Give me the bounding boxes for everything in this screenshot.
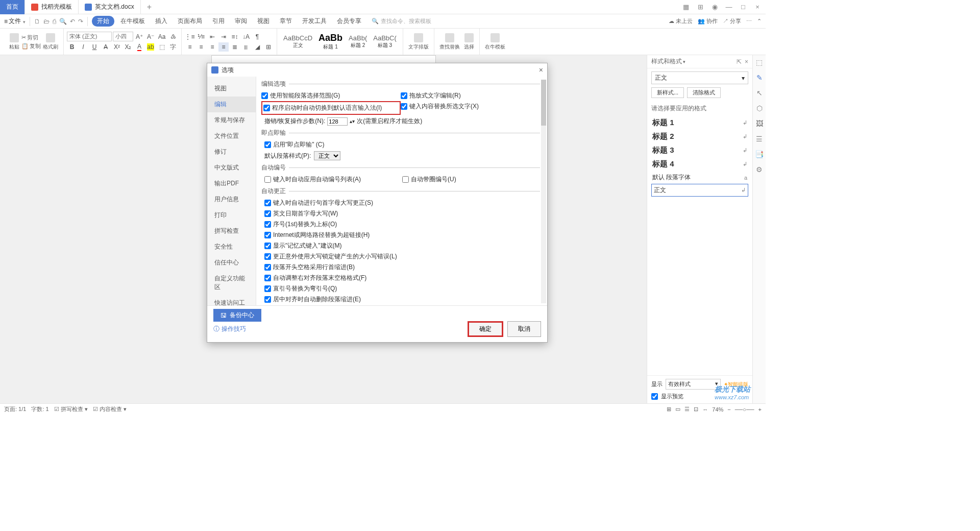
style-item-h1[interactable]: 标题 1↲ (651, 116, 748, 130)
cloud-status[interactable]: ☁ 未上云 (669, 17, 693, 25)
nav-trust[interactable]: 信任中心 (207, 255, 256, 271)
rt-help-icon[interactable]: ⚙ (756, 165, 763, 174)
style-h2[interactable]: AaBb(标题 2 (346, 34, 370, 49)
dialog-close-button[interactable]: × (539, 66, 543, 74)
dec-indent-button[interactable]: ⇤ (207, 32, 217, 41)
check-ac-2[interactable] (264, 221, 271, 228)
word-count[interactable]: 字数: 1 (31, 405, 48, 413)
menu-view[interactable]: 视图 (253, 16, 274, 27)
sort-button[interactable]: ↓A (241, 32, 251, 41)
check-circled-number[interactable] (402, 176, 409, 183)
phonetic-button[interactable]: 字 (168, 42, 178, 52)
clear-format-button[interactable]: 清除格式 (687, 87, 721, 98)
rt-select-icon[interactable]: ⬚ (756, 58, 763, 66)
style-item-default-font[interactable]: 默认 段落字体a (651, 171, 748, 184)
fit-icon[interactable]: ↔ (702, 406, 708, 413)
tab-template[interactable]: 找稻壳模板 (25, 0, 79, 14)
columns-button[interactable]: ⫼ (241, 42, 251, 52)
style-normal[interactable]: AaBbCcD正文 (280, 34, 315, 49)
line-spacing-button[interactable]: ≡↕ (230, 32, 240, 41)
bullets-button[interactable]: ⋮≡ (185, 32, 195, 41)
inc-indent-button[interactable]: ⇥ (218, 32, 229, 41)
open-icon[interactable]: 🗁 (43, 18, 50, 25)
select-button[interactable]: 选择 (462, 33, 476, 51)
rt-cursor-icon[interactable]: ↖ (756, 89, 763, 97)
menu-insert[interactable]: 插入 (151, 16, 172, 27)
clear-format-icon[interactable]: ♵ (168, 32, 178, 41)
current-style-select[interactable]: 正文▾ (651, 71, 748, 84)
nav-spell[interactable]: 拼写检查 (207, 223, 256, 239)
docer-template-button[interactable]: 在牛模板 (483, 33, 507, 51)
style-item-normal[interactable]: 正文↲ (651, 184, 748, 197)
menu-start[interactable]: 开始 (92, 16, 114, 27)
new-icon[interactable]: 🗋 (34, 18, 40, 25)
check-ac-7[interactable] (264, 275, 271, 281)
preview-icon[interactable]: 🔍 (59, 18, 67, 25)
nav-customize[interactable]: 自定义功能区 (207, 271, 256, 295)
check-drag-drop[interactable] (401, 92, 407, 99)
nav-security[interactable]: 安全性 (207, 239, 256, 255)
command-search[interactable]: 🔍 查找命令、搜索模板 (372, 17, 431, 25)
zoom-value[interactable]: 74% (712, 406, 723, 413)
nav-edit[interactable]: 编辑 (207, 96, 256, 112)
minimize-icon[interactable]: — (724, 3, 734, 11)
menu-layout[interactable]: 页面布局 (174, 16, 206, 27)
content-check-status[interactable]: ☑ 内容检查 ▾ (93, 405, 127, 413)
char-border-button[interactable]: ⬚ (157, 42, 167, 52)
check-ac-4[interactable] (264, 243, 271, 249)
font-size-select[interactable]: 小四 (113, 32, 133, 41)
align-left-button[interactable]: ≡ (185, 42, 195, 52)
find-replace-button[interactable]: 查找替换 (437, 33, 462, 51)
check-auto-input-method[interactable] (263, 105, 270, 111)
check-auto-number-list[interactable] (264, 176, 271, 183)
check-ac-5[interactable] (264, 253, 271, 260)
nav-user[interactable]: 用户信息 (207, 191, 256, 207)
view-icon-1[interactable]: ⊞ (667, 406, 671, 413)
style-h1[interactable]: AaBb标题 1 (315, 33, 346, 51)
underline-button[interactable]: U (89, 42, 100, 52)
check-click-type[interactable] (264, 141, 271, 148)
show-preview-check[interactable] (651, 393, 658, 400)
share[interactable]: ↗ 分享 (723, 17, 741, 25)
collapse-icon[interactable]: ⌃ (757, 18, 762, 25)
style-h3[interactable]: AaBbC(标题 3 (370, 34, 400, 49)
border-button[interactable]: ⊞ (263, 42, 274, 52)
highlight-button[interactable]: ab (145, 42, 156, 52)
rt-outline-icon[interactable]: ☰ (756, 135, 763, 143)
check-ac-8[interactable] (264, 285, 271, 292)
menu-review[interactable]: 审阅 (231, 16, 251, 27)
menu-section[interactable]: 章节 (276, 16, 296, 27)
grid-icon[interactable]: ▦ (681, 3, 691, 11)
cut-button[interactable]: ✂ 剪切 (21, 34, 41, 41)
bold-button[interactable]: B (67, 42, 77, 52)
show-select[interactable]: 有效样式▾ (666, 379, 721, 390)
rt-styles-icon[interactable]: ✎ (756, 74, 763, 82)
check-smart-paragraph[interactable] (261, 92, 268, 99)
backup-center-button[interactable]: 🖫 备份中心 (213, 309, 261, 322)
italic-button[interactable]: I (78, 42, 88, 52)
copy-button[interactable]: 📋 复制 (21, 42, 41, 50)
cancel-button[interactable]: 取消 (507, 321, 541, 337)
justify-button[interactable]: ≡ (218, 42, 229, 52)
style-item-h3[interactable]: 标题 3↲ (651, 143, 748, 157)
maximize-icon[interactable]: □ (738, 3, 748, 11)
align-right-button[interactable]: ≡ (207, 42, 217, 52)
font-color-button[interactable]: A (134, 42, 144, 52)
zoom-slider[interactable]: ──○── (735, 406, 754, 413)
nav-revision[interactable]: 修订 (207, 144, 256, 160)
zoom-out-icon[interactable]: − (727, 406, 730, 413)
text-layout-button[interactable]: 文字排版 (406, 33, 431, 51)
panel-close-icon[interactable]: × (745, 58, 748, 65)
undo-steps-input[interactable] (327, 117, 348, 126)
page-count[interactable]: 页面: 1/1 (4, 405, 26, 413)
ok-button[interactable]: 确定 (468, 321, 503, 337)
shrink-font-icon[interactable]: A⁻ (145, 32, 156, 41)
more-icon[interactable]: ⋯ (746, 18, 752, 25)
font-name-select[interactable]: 宋体 (正文) (67, 32, 112, 41)
rt-image-icon[interactable]: 🖼 (756, 119, 763, 128)
pin-icon[interactable]: ⇱ (737, 58, 742, 65)
style-item-h4[interactable]: 标题 4↲ (651, 157, 748, 171)
view-icon-3[interactable]: ☰ (684, 406, 690, 413)
tab-add[interactable]: + (141, 3, 158, 12)
menu-reference[interactable]: 引用 (208, 16, 229, 27)
